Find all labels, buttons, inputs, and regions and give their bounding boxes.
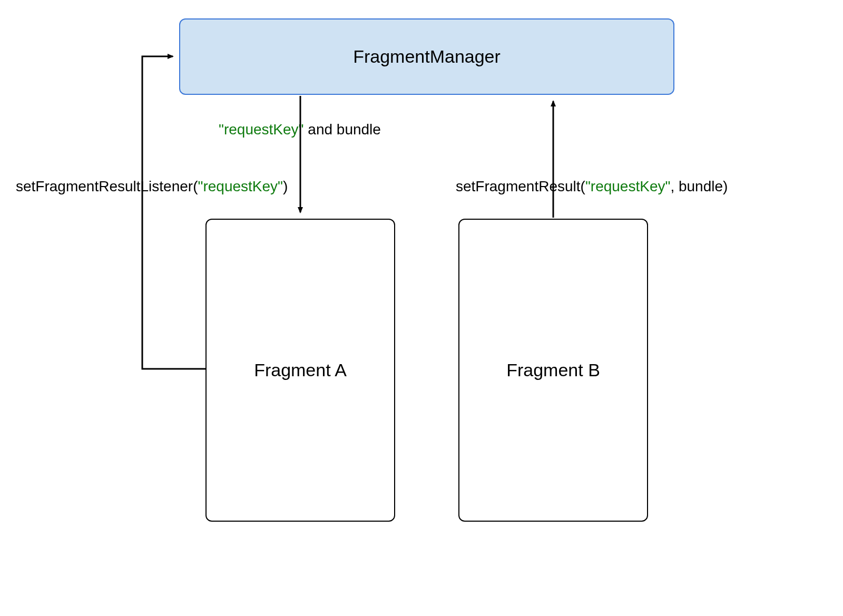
setresult-annotation: setFragmentResult("requestKey", bundle) <box>456 178 728 195</box>
bundle-suffix: and bundle <box>304 121 381 138</box>
listener-annotation: setFragmentResultListener("requestKey") <box>16 178 288 195</box>
fragment-manager-label: FragmentManager <box>353 46 501 67</box>
listener-literal: "requestKey" <box>198 178 283 194</box>
setresult-prefix: setFragmentResult( <box>456 178 585 194</box>
bundle-annotation: "requestKey" and bundle <box>219 121 381 138</box>
listener-prefix: setFragmentResultListener( <box>16 178 198 194</box>
setresult-literal: "requestKey" <box>585 178 671 194</box>
setresult-suffix: , bundle) <box>670 178 728 194</box>
arrow-listener <box>142 56 205 369</box>
fragment-manager-box: FragmentManager <box>179 18 674 95</box>
fragment-a-label: Fragment A <box>254 360 347 380</box>
fragment-b-label: Fragment B <box>506 360 600 380</box>
fragment-a-box: Fragment A <box>205 219 395 522</box>
bundle-literal: "requestKey" <box>219 121 304 138</box>
fragment-b-box: Fragment B <box>458 219 648 522</box>
listener-suffix: ) <box>283 178 288 194</box>
